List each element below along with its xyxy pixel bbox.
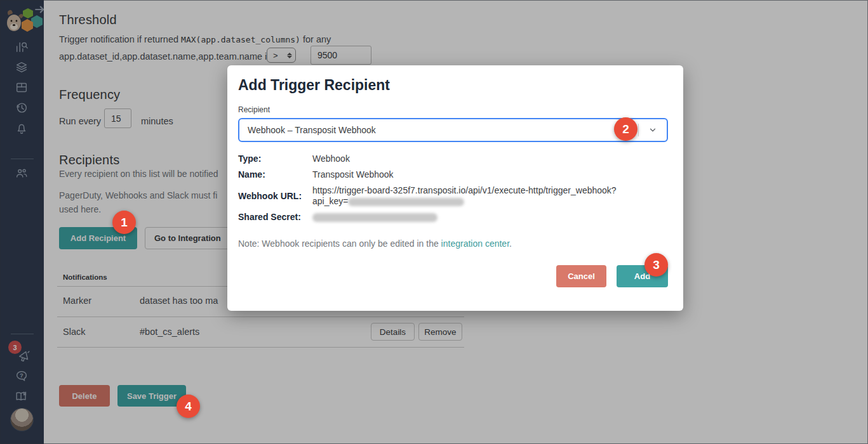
app-window: 3 ? Threshold Trigger notification if re…	[0, 0, 868, 444]
name-label: Name:	[238, 169, 312, 180]
recipient-details: Type: Webhook Name: Transposit Webhook W…	[238, 153, 668, 223]
shared-secret-label: Shared Secret:	[238, 212, 312, 223]
cancel-button[interactable]: Cancel	[556, 265, 606, 287]
recipient-dropdown[interactable]: Webhook – Transposit Webhook	[238, 118, 668, 142]
add-trigger-recipient-modal: Add Trigger Recipient Recipient Webhook …	[227, 65, 683, 311]
modal-actions: Cancel Add	[238, 265, 668, 287]
redacted-shared-secret	[312, 213, 437, 222]
type-value: Webhook	[312, 153, 350, 164]
step-badge-1: 1	[112, 211, 136, 234]
webhook-url-label: Webhook URL:	[238, 191, 312, 202]
name-value: Transposit Webhook	[312, 169, 394, 180]
step-badge-2: 2	[614, 117, 638, 141]
integration-center-link[interactable]: integration center	[441, 238, 509, 249]
webhook-url-value: https://trigger-board-325f7.transposit.i…	[312, 185, 617, 207]
recipient-dropdown-value: Webhook – Transposit Webhook	[239, 125, 638, 135]
chevron-down-icon[interactable]	[639, 126, 667, 134]
redacted-api-key	[348, 198, 464, 206]
step-badge-3: 3	[644, 253, 668, 277]
modal-title: Add Trigger Recipient	[238, 77, 668, 94]
type-label: Type:	[238, 153, 312, 164]
recipient-label: Recipient	[238, 105, 668, 114]
webhook-note: Note: Webhook recipients can only be edi…	[238, 238, 668, 249]
step-badge-4: 4	[177, 395, 200, 418]
